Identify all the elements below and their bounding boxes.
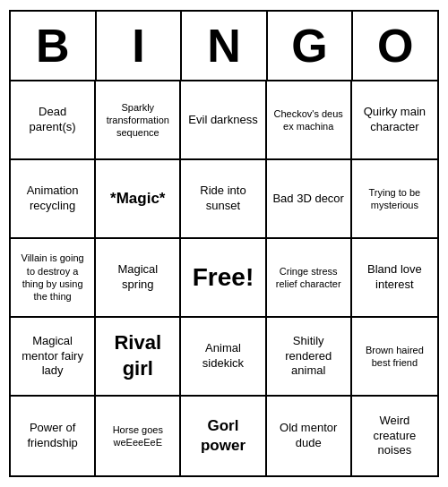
bingo-cell-4[interactable]: Quirky main character bbox=[352, 81, 437, 160]
bingo-cell-22[interactable]: Gorl power bbox=[181, 397, 266, 475]
bingo-letter-b: B bbox=[11, 12, 97, 81]
cell-text-2: Evil darkness bbox=[188, 113, 257, 128]
bingo-cell-20[interactable]: Power of friendship bbox=[11, 397, 96, 475]
cell-text-18: Shitily rendered animal bbox=[272, 334, 345, 380]
bingo-cell-7[interactable]: Ride into sunset bbox=[181, 160, 266, 239]
cell-text-8: Bad 3D decor bbox=[272, 192, 344, 207]
cell-text-13: Cringe stress relief character bbox=[272, 265, 345, 291]
cell-text-1: Sparkly transformation sequence bbox=[101, 101, 174, 140]
bingo-card: BINGO Dead parent(s)Sparkly transformati… bbox=[9, 10, 439, 477]
bingo-cell-2[interactable]: Evil darkness bbox=[181, 81, 266, 160]
cell-text-11: Magical spring bbox=[101, 262, 174, 293]
cell-text-24: Weird creature noises bbox=[358, 414, 432, 459]
bingo-cell-6[interactable]: *Magic* bbox=[96, 160, 181, 239]
cell-text-3: Checkov's deus ex machina bbox=[272, 107, 345, 133]
cell-text-7: Ride into sunset bbox=[186, 184, 259, 214]
cell-text-5: Animation recycling bbox=[16, 184, 89, 214]
bingo-cell-14[interactable]: Bland love interest bbox=[352, 239, 437, 318]
cell-text-15: Magical mentor fairy lady bbox=[16, 334, 89, 380]
cell-text-14: Bland love interest bbox=[358, 262, 432, 293]
bingo-cell-8[interactable]: Bad 3D decor bbox=[267, 160, 352, 239]
bingo-cell-11[interactable]: Magical spring bbox=[96, 239, 181, 318]
bingo-cell-0[interactable]: Dead parent(s) bbox=[11, 81, 96, 160]
cell-text-4: Quirky main character bbox=[358, 105, 432, 135]
bingo-grid: Dead parent(s)Sparkly transformation seq… bbox=[11, 81, 437, 475]
cell-text-10: Villain is going to destroy a thing by u… bbox=[16, 252, 89, 303]
bingo-letter-o: O bbox=[353, 12, 437, 81]
cell-text-22: Gorl power bbox=[186, 416, 259, 456]
bingo-cell-1[interactable]: Sparkly transformation sequence bbox=[96, 81, 181, 160]
bingo-cell-18[interactable]: Shitily rendered animal bbox=[267, 318, 352, 397]
bingo-cell-10[interactable]: Villain is going to destroy a thing by u… bbox=[11, 239, 96, 318]
bingo-cell-5[interactable]: Animation recycling bbox=[11, 160, 96, 239]
bingo-cell-12[interactable]: Free! bbox=[181, 239, 266, 318]
bingo-cell-19[interactable]: Brown haired best friend bbox=[352, 318, 437, 397]
bingo-letter-g: G bbox=[268, 12, 354, 81]
bingo-cell-9[interactable]: Trying to be mysterious bbox=[352, 160, 437, 239]
cell-text-16: Rival girl bbox=[101, 330, 174, 381]
bingo-cell-15[interactable]: Magical mentor fairy lady bbox=[11, 318, 96, 397]
cell-text-17: Animal sidekick bbox=[186, 341, 259, 372]
bingo-header: BINGO bbox=[11, 12, 437, 81]
bingo-cell-3[interactable]: Checkov's deus ex machina bbox=[267, 81, 352, 160]
cell-text-12: Free! bbox=[193, 261, 254, 294]
cell-text-19: Brown haired best friend bbox=[358, 344, 432, 370]
cell-text-0: Dead parent(s) bbox=[16, 105, 89, 135]
bingo-cell-24[interactable]: Weird creature noises bbox=[352, 397, 437, 475]
cell-text-23: Old mentor dude bbox=[272, 421, 345, 451]
cell-text-9: Trying to be mysterious bbox=[358, 186, 432, 212]
bingo-cell-13[interactable]: Cringe stress relief character bbox=[267, 239, 352, 318]
bingo-cell-17[interactable]: Animal sidekick bbox=[181, 318, 266, 397]
bingo-cell-23[interactable]: Old mentor dude bbox=[267, 397, 352, 475]
cell-text-21: Horse goes weEeeEeE bbox=[101, 423, 174, 449]
cell-text-20: Power of friendship bbox=[16, 421, 89, 451]
bingo-cell-21[interactable]: Horse goes weEeeEeE bbox=[96, 397, 181, 475]
cell-text-6: *Magic* bbox=[110, 189, 165, 209]
bingo-letter-n: N bbox=[182, 12, 268, 81]
bingo-letter-i: I bbox=[97, 12, 183, 81]
bingo-cell-16[interactable]: Rival girl bbox=[96, 318, 181, 397]
